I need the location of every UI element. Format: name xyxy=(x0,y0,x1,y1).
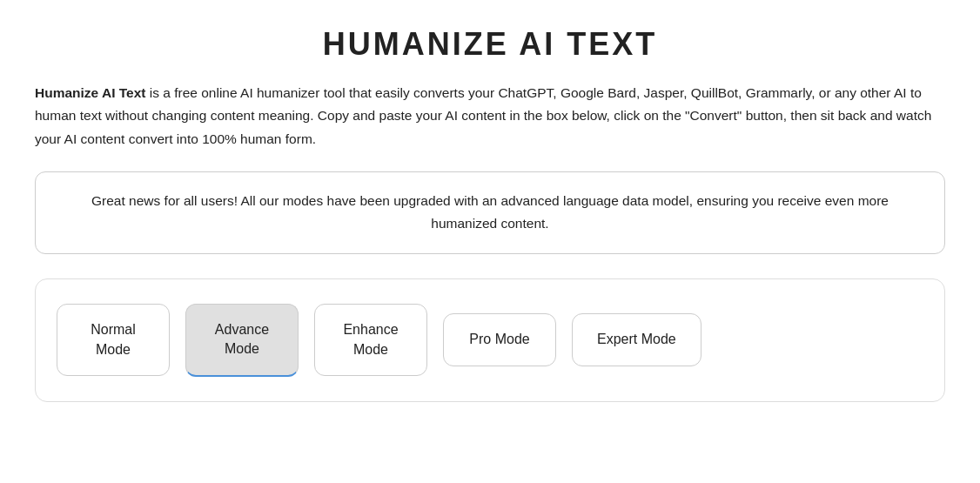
description-text: Humanize AI Text is a free online AI hum… xyxy=(35,82,945,151)
mode-button-pro[interactable]: Pro Mode xyxy=(443,313,556,366)
description-brand: Humanize AI Text xyxy=(35,85,145,100)
description-body: is a free online AI humanizer tool that … xyxy=(35,85,931,146)
page-title: HUMANIZE AI TEXT xyxy=(35,26,945,63)
mode-button-advance[interactable]: AdvanceMode xyxy=(185,304,299,377)
mode-button-expert[interactable]: Expert Mode xyxy=(572,313,701,366)
mode-button-enhance[interactable]: EnhanceMode xyxy=(314,304,427,376)
notice-box: Great news for all users! All our modes … xyxy=(35,171,945,254)
modes-container: NormalMode AdvanceMode EnhanceMode Pro M… xyxy=(35,278,945,402)
mode-button-normal[interactable]: NormalMode xyxy=(57,304,170,376)
